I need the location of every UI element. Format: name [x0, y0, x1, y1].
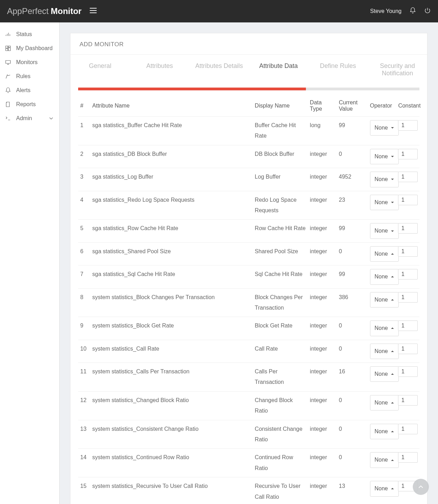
tab-attribute-data[interactable]: Attribute Data: [249, 55, 308, 85]
chevron-down-icon: [48, 115, 54, 122]
attribute-name: sga statistics_Sql Cache Hit Rate: [90, 265, 253, 288]
caret-down-icon: [391, 201, 394, 204]
sidebar-item-reports[interactable]: Reports: [0, 97, 59, 111]
constant-input[interactable]: [398, 395, 418, 406]
row-index: 7: [78, 265, 90, 288]
operator-dropdown[interactable]: None: [370, 269, 399, 284]
sidebar-item-status[interactable]: Status: [0, 27, 59, 41]
tab-general[interactable]: General: [70, 55, 130, 85]
tab-security-and-notification[interactable]: Security and Notification: [368, 55, 427, 85]
attribute-name: system statistics_Continued Row Ratio: [90, 449, 253, 477]
operator-dropdown[interactable]: None: [370, 223, 399, 239]
caret-down-icon: [391, 155, 394, 158]
attribute-name: sga statistics_Buffer Cache Hit Rate: [90, 117, 253, 145]
current-value: 0: [337, 420, 368, 449]
table-row: 3sga statistics_Log BufferLog Bufferinte…: [78, 168, 419, 191]
current-value: 0: [337, 391, 368, 420]
tab-attributes-details[interactable]: Attributes Details: [189, 55, 249, 85]
sidebar-item-alerts[interactable]: Alerts: [0, 83, 59, 97]
constant-input[interactable]: [398, 149, 418, 159]
operator-dropdown[interactable]: None: [370, 120, 399, 136]
power-button[interactable]: [424, 7, 431, 15]
sidebar-item-label: Rules: [16, 73, 30, 80]
sidebar-item-my-dashboard[interactable]: My Dashboard: [0, 41, 59, 55]
data-type: integer: [308, 145, 337, 168]
reports-icon: [5, 101, 11, 108]
user-name[interactable]: Steve Young: [370, 8, 402, 14]
data-type: integer: [308, 288, 337, 317]
constant-input[interactable]: [398, 172, 418, 182]
display-name: Log Buffer: [253, 168, 308, 191]
constant-input[interactable]: [398, 344, 418, 354]
operator-dropdown[interactable]: None: [370, 246, 399, 262]
current-value: 99: [337, 117, 368, 145]
operator-dropdown[interactable]: None: [370, 292, 399, 308]
scroll-to-top-button[interactable]: [413, 479, 429, 495]
sidebar-item-label: Status: [16, 31, 32, 37]
operator-dropdown[interactable]: None: [370, 172, 399, 187]
row-index: 6: [78, 242, 90, 265]
constant-input[interactable]: [398, 269, 418, 279]
operator-dropdown[interactable]: None: [370, 149, 399, 164]
table-row: 6sga statistics_Shared Pool SizeShared P…: [78, 242, 419, 265]
sidebar-item-label: Alerts: [16, 87, 30, 94]
column-header: Data Type: [308, 96, 337, 117]
display-name: Consistent Change Ratio: [253, 420, 308, 449]
caret-down-icon: [391, 178, 394, 181]
add-monitor-panel: ADD MONITOR GeneralAttributesAttributes …: [70, 33, 427, 504]
operator-dropdown[interactable]: None: [370, 344, 399, 359]
sidebar-item-admin[interactable]: Admin: [0, 111, 59, 125]
current-value: 13: [337, 477, 368, 504]
caret-up-icon: [391, 458, 394, 462]
display-name: Calls Per Transaction: [253, 363, 308, 392]
constant-input[interactable]: [398, 452, 418, 463]
operator-dropdown[interactable]: None: [370, 195, 399, 210]
data-type: integer: [308, 242, 337, 265]
data-type: integer: [308, 317, 337, 340]
rules-icon: [5, 73, 11, 80]
row-index: 4: [78, 191, 90, 220]
row-index: 15: [78, 477, 90, 504]
table-row: 12system statistics_Changed Block RatioC…: [78, 391, 419, 420]
panel-title: ADD MONITOR: [70, 33, 427, 54]
table-row: 14system statistics_Continued Row RatioC…: [78, 449, 419, 477]
operator-dropdown[interactable]: None: [370, 424, 399, 439]
tab-attributes[interactable]: Attributes: [130, 55, 190, 85]
constant-input[interactable]: [398, 246, 418, 257]
attribute-name: sga statistics_Row Cache Hit Rate: [90, 220, 253, 242]
attribute-name: sga statistics_Shared Pool Size: [90, 242, 253, 265]
attribute-data-table: #Attribute NameDisplay NameData TypeCurr…: [78, 96, 419, 504]
operator-value: None: [375, 197, 388, 208]
attribute-name: sga statistics_Redo Log Space Requests: [90, 191, 253, 220]
data-type: integer: [308, 340, 337, 363]
constant-input[interactable]: [398, 120, 418, 131]
operator-value: None: [375, 398, 388, 408]
constant-input[interactable]: [398, 366, 418, 377]
row-index: 13: [78, 420, 90, 449]
constant-input[interactable]: [398, 195, 418, 205]
hamburger-icon: [89, 6, 98, 15]
constant-input[interactable]: [398, 320, 418, 331]
data-type: integer: [308, 363, 337, 392]
dashboard-icon: [5, 45, 11, 51]
attribute-name: system statistics_Consistent Change Rati…: [90, 420, 253, 449]
display-name: Changed Block Ratio: [253, 391, 308, 420]
constant-input[interactable]: [398, 292, 418, 303]
tab-define-rules[interactable]: Define Rules: [308, 55, 368, 85]
operator-dropdown[interactable]: None: [370, 452, 399, 468]
sidebar-item-monitors[interactable]: Monitors: [0, 55, 59, 69]
menu-toggle-button[interactable]: [89, 6, 98, 16]
operator-dropdown[interactable]: None: [370, 366, 399, 382]
current-value: 0: [337, 317, 368, 340]
constant-input[interactable]: [398, 223, 418, 234]
table-row: 5sga statistics_Row Cache Hit RateRow Ca…: [78, 220, 419, 242]
sidebar-item-rules[interactable]: Rules: [0, 69, 59, 83]
constant-input[interactable]: [398, 424, 418, 434]
wizard-tabs: GeneralAttributesAttributes DetailsAttri…: [70, 54, 427, 85]
notifications-button[interactable]: [409, 7, 416, 15]
operator-dropdown[interactable]: None: [370, 481, 399, 496]
operator-dropdown[interactable]: None: [370, 320, 399, 336]
operator-dropdown[interactable]: None: [370, 395, 399, 410]
table-row: 11system statistics_Calls Per Transactio…: [78, 363, 419, 392]
data-type: integer: [308, 168, 337, 191]
